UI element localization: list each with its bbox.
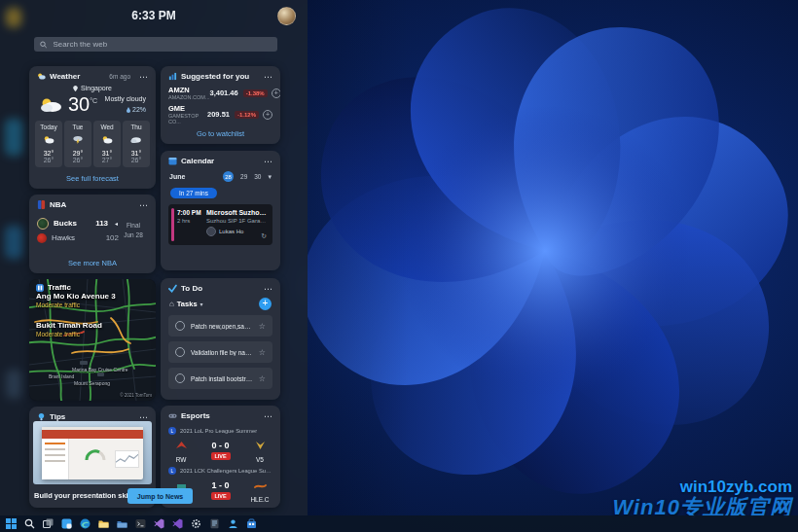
blurred-desktop-icon [5,226,22,259]
blue-folder-icon[interactable] [116,518,127,530]
jump-to-news-button[interactable]: Jump to News [127,488,193,504]
add-to-watchlist-icon[interactable]: + [272,89,280,98]
forecast-day[interactable]: Wed 31° 27° [93,121,121,167]
forecast-day[interactable]: Today 32° 26° [35,121,62,167]
settings-gear-icon[interactable] [190,518,201,530]
stock-company: AMAZON.COM... [168,94,209,100]
widget-title: Suggested for you [181,72,249,81]
notes-app-icon[interactable] [208,518,220,530]
traffic-widget-icon [36,284,44,292]
see-full-forecast-link[interactable]: See full forecast [29,174,156,183]
widget-title: Weather [50,72,80,81]
chevron-down-icon[interactable]: ▾ [200,301,203,307]
esports-match[interactable]: L 2021 LoL Pro League Summer RW 0 - 0 LI… [161,423,280,463]
event-title: Microsoft Suzhou Toa... [206,209,267,216]
watermark: win10zyb.com Win10专业版官网 [612,479,792,518]
calendar-day[interactable]: 30 [254,173,261,180]
add-task-button[interactable]: + [259,298,272,310]
contacts-app-icon[interactable] [227,518,238,530]
cloudy-icon [130,135,142,144]
hawks-logo-icon [37,233,47,243]
location-pin-icon [73,86,78,91]
user-avatar[interactable] [277,7,296,25]
nba-team-row[interactable]: Bucks 113 ◄ [37,216,119,231]
nba-team-row[interactable]: Hawks 102 [37,231,119,245]
more-icon[interactable]: ⋯ [264,74,272,80]
event-location: Suzhou SIP 1F Garage (Resi... [206,218,267,224]
visual-studio-icon[interactable] [153,518,164,530]
map-label: Mount Serapong [74,380,110,386]
task-checkbox[interactable] [175,347,185,357]
bucks-logo-icon [37,218,49,230]
task-checkbox[interactable] [175,373,185,383]
visual-studio-alt-icon[interactable] [171,518,183,530]
stocks-widget[interactable]: Suggested for you ⋯ AMZN AMAZON.COM... 3… [161,66,280,144]
start-button[interactable] [5,518,17,530]
web-search-bar[interactable] [34,37,277,52]
search-input[interactable] [51,39,272,50]
traffic-widget[interactable]: Traffic Ang Mo Kio Avenue 3 Moderate tra… [29,279,156,401]
forecast-day[interactable]: Tue 29° 26° [64,121,91,167]
stock-company: GAMESTOP CO... [168,113,207,124]
more-icon[interactable]: ⋯ [139,202,148,208]
task-item[interactable]: Patch new,open,save,edi... ☆ [168,315,272,337]
star-icon[interactable]: ☆ [259,374,266,383]
more-icon[interactable]: ⋯ [139,414,148,420]
team-name: HLE.C [247,496,272,503]
see-more-nba-link[interactable]: See more NBA [29,259,156,267]
team-score: 102 [106,233,119,242]
team-name: Hawks [52,233,75,242]
team-name: Bucks [54,219,77,228]
blurred-desktop-icon [6,370,21,399]
calendar-event[interactable]: 7:00 PM 2 hrs Microsoft Suzhou Toa... Su… [168,204,272,245]
attendee-avatar [206,227,216,236]
add-to-watchlist-icon[interactable]: + [263,110,272,120]
star-icon[interactable]: ☆ [259,322,266,331]
weather-location: Singapore [81,85,112,91]
todo-widget[interactable]: To Do ⋯ ⌂ Tasks ▾ + Patch new,open,save,… [161,278,280,400]
terminal-icon[interactable] [134,518,146,530]
chevron-down-icon[interactable]: ▾ [268,173,272,181]
edge-browser-icon[interactable] [79,518,91,530]
weather-widget[interactable]: Weather 6m ago ⋯ Singapore 30 °C Mostly … [29,66,156,189]
tips-lightbulb-icon [37,412,46,421]
weather-precip: 22% [132,105,146,116]
store-app-icon[interactable] [245,518,257,530]
refresh-icon[interactable]: ↻ [261,232,267,240]
calendar-day[interactable]: 29 [240,173,247,180]
stock-row[interactable]: AMZN AMAZON.COM... 3,401.46 -1.38% + [161,84,280,102]
league-name: 2021 LCK Challengers League Summer [180,468,272,474]
weather-location-row[interactable]: Singapore [29,85,156,91]
event-countdown-chip[interactable]: In 27 mins [170,188,217,198]
stock-row[interactable]: GME GAMESTOP CO... 209.51 -1.12% + [161,102,280,126]
task-list-name[interactable]: Tasks [177,300,198,308]
stock-symbol: GME [168,104,207,113]
star-icon[interactable]: ☆ [259,348,266,357]
more-icon[interactable]: ⋯ [264,413,272,419]
more-icon[interactable]: ⋯ [264,159,272,164]
widget-title: Traffic [48,283,71,292]
team-name: RW [168,456,194,463]
map-label: Marina Bay Cruise Centre [72,367,128,372]
task-view-icon[interactable] [42,518,54,530]
todo-widget-icon [168,284,177,293]
precipitation-icon [127,107,130,113]
widgets-icon[interactable] [60,518,72,530]
storm-icon [72,135,84,144]
calendar-day-selected[interactable]: 28 [223,171,234,182]
task-item[interactable]: Validation file by name ☆ [168,341,272,363]
nba-widget[interactable]: NBA ⋯ Bucks 113 ◄ Hawks 102 [29,195,156,273]
map-label: Brani Island [49,373,74,379]
event-time: 7:00 PM [177,209,206,216]
go-to-watchlist-link[interactable]: Go to watchlist [161,129,280,138]
file-explorer-icon[interactable] [97,518,109,530]
task-item[interactable]: Patch install bootstrapp... ☆ [168,368,272,389]
more-icon[interactable]: ⋯ [264,286,272,292]
task-checkbox[interactable] [175,321,185,331]
tips-thumbnail[interactable] [33,421,152,484]
calendar-widget[interactable]: Calendar ⋯ June 28 29 30 ▾ In 27 mins 7:… [161,151,280,270]
esports-controller-icon [168,411,177,420]
more-icon[interactable]: ⋯ [139,74,148,80]
forecast-day[interactable]: Thu 31° 26° [123,121,150,167]
taskbar-search-icon[interactable] [23,518,35,530]
